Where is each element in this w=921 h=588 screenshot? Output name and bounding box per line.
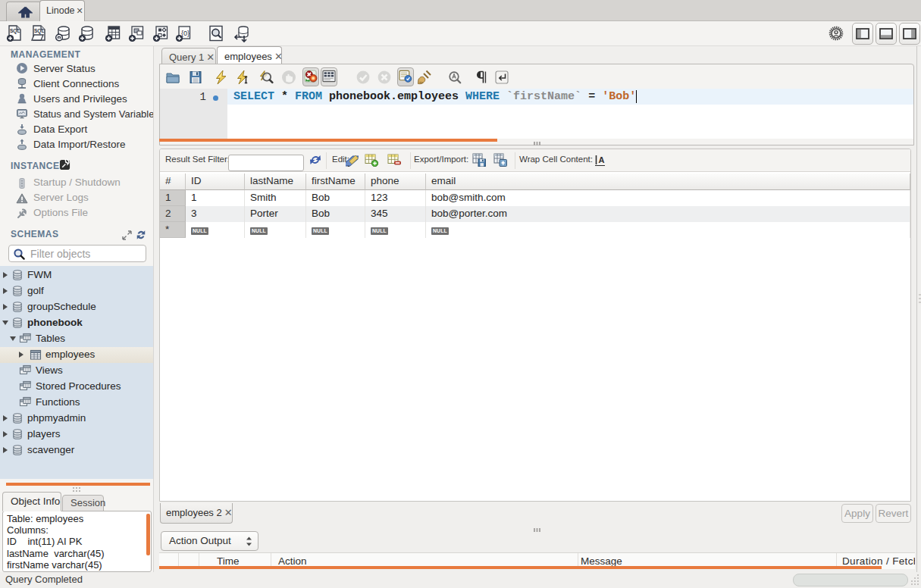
svg-text:{0}: {0} xyxy=(181,30,190,37)
svg-text:SQL: SQL xyxy=(10,28,20,34)
svg-text:A: A xyxy=(599,155,605,164)
svg-text:SQL: SQL xyxy=(34,28,44,34)
